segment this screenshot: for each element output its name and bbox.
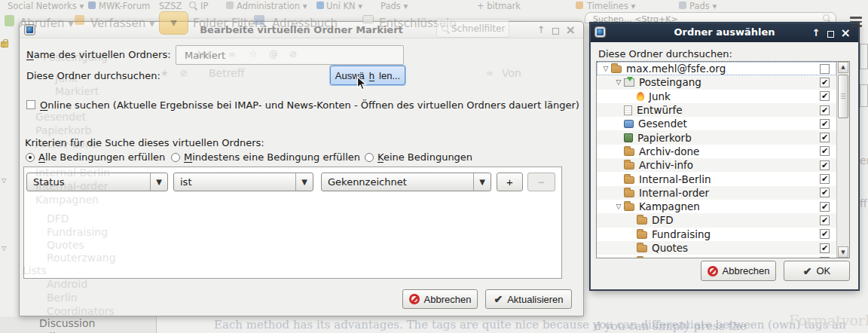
cancel-button[interactable]: Abbrechen	[701, 261, 776, 281]
cancel-label: Abbrechen	[424, 294, 472, 305]
expander-icon[interactable]: ▽	[601, 65, 611, 72]
scroll-down-button[interactable]: ▼	[838, 246, 848, 258]
search-online-checkbox[interactable]	[26, 100, 35, 109]
radio-label: Mindestens eine Bedingung erfüllen	[184, 151, 360, 163]
chevron-down-icon: ▼	[473, 173, 491, 191]
ghost-text: + bitmark	[477, 1, 521, 11]
folder-checkbox[interactable]: ✔	[820, 174, 830, 184]
search-online-label: Online suchen (Aktuelle Ergebnisse bei I…	[40, 99, 579, 111]
ghost-text: Uni KN ▾	[326, 1, 362, 11]
folder-icon	[611, 66, 622, 73]
folder-checkbox[interactable]: ✔	[820, 215, 830, 225]
folder-checkbox[interactable]: ✔	[820, 243, 830, 253]
close-button[interactable]: ×	[566, 23, 576, 36]
sent-icon	[624, 120, 634, 128]
dropdown-value: ist	[174, 176, 295, 188]
folder-icon	[624, 162, 634, 170]
folder-checkbox[interactable]: ✔	[820, 133, 830, 142]
select-folders-dialog: Ordner auswählen ↑ × Diese Ordner durchs…	[590, 23, 859, 290]
tree-row[interactable]: ▽Junk✔	[597, 90, 836, 103]
search-icon	[823, 14, 830, 21]
tree-row[interactable]: ▽Posteingang✔	[597, 75, 836, 89]
tree-row[interactable]: ▽Gesendet✔	[597, 117, 836, 130]
rule-field-dropdown[interactable]: Status ▼	[26, 173, 168, 191]
update-button[interactable]: ✔ Aktualisieren	[485, 289, 572, 309]
radio-label: Alle Bedingungen erfüllen	[38, 151, 165, 163]
folder-checkbox[interactable]: ✔	[820, 188, 830, 197]
radio-match-none[interactable]: Keine Bedingungen	[365, 151, 472, 163]
rule-value-dropdown[interactable]: Gekennzeichnet ▼	[321, 173, 491, 191]
dialog-titlebar[interactable]: Ordner auswählen ↑ ×	[591, 23, 858, 42]
folder-icon	[624, 190, 634, 197]
junk-icon	[637, 92, 644, 101]
virtual-folder-name-input[interactable]	[176, 45, 404, 65]
maximize-button[interactable]	[827, 31, 834, 38]
tree-row[interactable]: ▽Fundraising✔	[597, 228, 836, 241]
ghost-text: Pads ▾	[381, 1, 408, 11]
folder-checkbox[interactable]	[820, 64, 830, 74]
sq-icon	[88, 2, 96, 9]
folder-checkbox[interactable]: ✔	[820, 105, 830, 115]
check-icon: ✔	[803, 265, 812, 277]
radio-match-all[interactable]: Alle Bedingungen erfüllen	[26, 151, 165, 163]
folder-checkbox[interactable]: ✔	[820, 146, 830, 156]
minimize-button[interactable]: ↑	[537, 23, 546, 36]
lock-icon	[1, 41, 8, 47]
trash-icon	[624, 133, 633, 142]
dialog-titlebar[interactable]: Bearbeite virtuellen Ordner Markiert ↑ ×	[20, 22, 583, 38]
ghost-text: MWK-Forum	[99, 1, 150, 11]
rule-operator-dropdown[interactable]: ist ▼	[173, 173, 313, 191]
tree-row[interactable]: ▽Archiv-info✔	[597, 158, 836, 172]
tree-row[interactable]: ▽Internal-order✔	[597, 186, 836, 200]
tree-expander-ghost: ▽	[2, 41, 6, 48]
webpage-text: Each method has its advantages. The tags…	[214, 318, 846, 331]
minimize-button[interactable]: ↑	[812, 26, 821, 39]
add-rule-button[interactable]: +	[497, 173, 523, 191]
cancel-button[interactable]: Abbrechen	[402, 289, 478, 309]
maximize-button[interactable]	[552, 28, 559, 35]
folder-checkbox[interactable]: ✔	[820, 229, 830, 239]
folder-checkbox[interactable]	[820, 257, 830, 258]
sq2-icon	[226, 2, 234, 9]
cancel-icon	[409, 294, 420, 304]
mouse-cursor	[356, 76, 367, 91]
tree-expander-ghost: ▽	[2, 245, 6, 252]
radio-icon	[171, 153, 180, 162]
tree-row[interactable]: ▽DFD✔	[597, 213, 836, 227]
mag-icon	[189, 2, 196, 8]
remove-rule-button[interactable]: −	[527, 173, 555, 191]
expander-icon[interactable]: ▽	[613, 203, 624, 210]
ok-button[interactable]: ✔ OK	[784, 261, 850, 281]
tree-row[interactable]: ▽Papierkorb✔	[597, 130, 836, 144]
tree-row[interactable]: ▽Internal-Berlin✔	[597, 172, 836, 185]
ghost-text: IP	[200, 1, 208, 11]
folder-name: Gesendet	[638, 118, 687, 130]
tree-row[interactable]: ▽Kampagnen✔	[597, 200, 836, 213]
folders-to-search-label: Diese Ordner durchsuchen:	[598, 48, 732, 60]
folder-checkbox[interactable]: ✔	[820, 78, 830, 87]
tree-row[interactable]: ▽Archiv-done✔	[597, 145, 836, 158]
close-button[interactable]: ×	[841, 26, 851, 39]
scroll-up-button[interactable]: ▲	[838, 62, 848, 73]
folder-checkbox[interactable]: ✔	[820, 202, 830, 212]
green-icon	[5, 15, 14, 26]
criteria-label: Kriterien für die Suche dieses virtuelle…	[25, 137, 264, 148]
folder-checkbox[interactable]: ✔	[820, 160, 830, 170]
tree-row[interactable]: ▽max.mehl@fsfe.org	[597, 62, 836, 75]
update-label: Aktualisieren	[507, 294, 563, 305]
ghost-text: Social Networks ▾	[8, 1, 84, 11]
virtual-folder-name-label: Name des virtuellen Ordners:	[26, 49, 171, 60]
folder-name: Junk	[649, 90, 671, 102]
choose-folders-button[interactable]: Auswählen...	[330, 66, 405, 85]
tree-row[interactable]: ▽Entwürfe✔	[597, 103, 836, 117]
scrollbar-thumb[interactable]	[838, 75, 848, 118]
radio-match-any[interactable]: Mindestens eine Bedingung erfüllen	[171, 151, 360, 163]
scrollbar[interactable]: ▲ ▼	[836, 62, 849, 258]
folder-checkbox[interactable]: ✔	[820, 119, 830, 129]
expander-icon[interactable]: ▽	[613, 78, 624, 86]
cancel-label: Abbrechen	[723, 265, 770, 276]
tree-row[interactable]: ▽	[597, 255, 836, 258]
folder-name: Posteingang	[639, 76, 701, 88]
folder-checkbox[interactable]: ✔	[820, 91, 830, 101]
tree-row[interactable]: ▽Quotes✔	[597, 241, 836, 255]
